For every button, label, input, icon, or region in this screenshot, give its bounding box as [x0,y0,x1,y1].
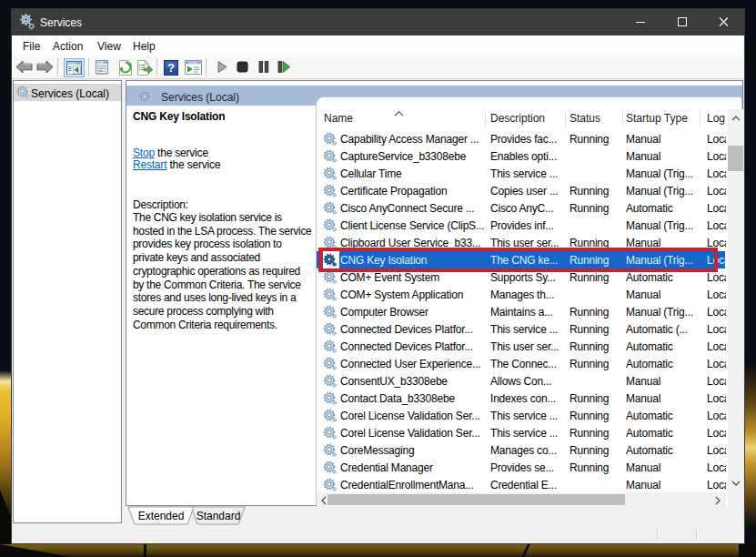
svg-text:?: ? [167,61,175,75]
svg-text:Standard: Standard [197,510,241,522]
svg-text:Extended: Extended [138,510,185,522]
